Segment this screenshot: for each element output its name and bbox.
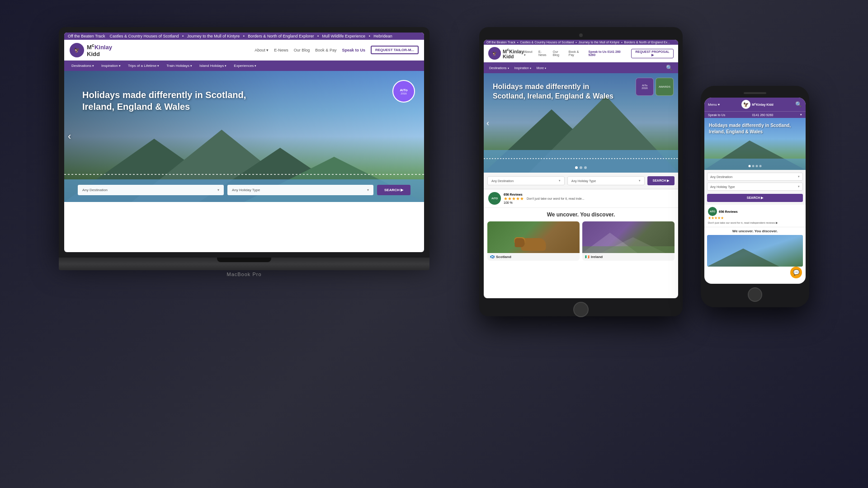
laptop-screen: Off the Beaten Track Castles & Country H… bbox=[64, 33, 424, 252]
tablet-screen: Off the Beaten Track • Castles & Country… bbox=[484, 40, 678, 298]
logo-circle: 🦅 bbox=[70, 43, 84, 57]
nav-speak[interactable]: Speak to Us bbox=[342, 48, 365, 52]
menu-trips[interactable]: Trips of a Lifetime bbox=[124, 61, 163, 71]
request-proposal-btn[interactable]: REQUEST TAILOR-M... bbox=[371, 46, 419, 54]
tablet-search-btn[interactable]: SEARCH ▶ bbox=[647, 176, 675, 185]
phone-card[interactable] bbox=[707, 235, 803, 267]
phone-dot-3[interactable] bbox=[756, 165, 758, 167]
phone-dot-1[interactable] bbox=[749, 165, 751, 167]
phone-dest-select[interactable]: Any Destination bbox=[707, 173, 803, 181]
tablet-logo: 🦅 McKinlayKidd bbox=[488, 47, 524, 60]
tablet-holiday-select[interactable]: Any Holiday Type bbox=[567, 176, 645, 185]
tablet-speak[interactable]: Speak to Us 0141 260 9260 bbox=[589, 50, 628, 56]
phone-hero-headline: Holidays made differently in Scotland, I… bbox=[709, 122, 806, 135]
tablet-ireland-label: 🇮🇪 Ireland bbox=[582, 253, 675, 261]
tablet-book[interactable]: Book & Pay bbox=[569, 50, 585, 56]
tablet-card-ireland[interactable]: 🇮🇪 Ireland bbox=[582, 221, 675, 261]
hero-prev-btn[interactable]: ‹ bbox=[68, 131, 71, 142]
menu-inspiration[interactable]: Inspiration bbox=[98, 61, 124, 71]
scene: Off the Beaten Track Castles & Country H… bbox=[0, 0, 868, 488]
tablet-holiday-placeholder: Any Holiday Type bbox=[571, 179, 596, 183]
phone-menu-btn[interactable]: Menu bbox=[708, 103, 720, 107]
menu-train[interactable]: Train Holidays bbox=[163, 61, 196, 71]
tablet-body: Off the Beaten Track • Castles & Country… bbox=[479, 27, 683, 316]
laptop-search-bar: Any Destination Any Holiday Type SEARCH … bbox=[78, 185, 410, 195]
tablet-destination-cards: 🏴󠁧󠁢󠁳󠁣󠁴󠁿 Scotland bbox=[484, 221, 678, 264]
ireland-card-img bbox=[582, 221, 675, 253]
menu-destinations[interactable]: Destinations bbox=[68, 61, 98, 71]
svg-rect-7 bbox=[484, 150, 678, 173]
reviews-stars: ★★★★★ bbox=[504, 196, 524, 201]
tablet-about[interactable]: About ▾ bbox=[524, 50, 535, 57]
tablet-camera bbox=[579, 33, 583, 37]
tablet-request-btn[interactable]: REQUEST PROPOSAL ▶ bbox=[631, 49, 674, 58]
phone-number[interactable]: 0141 260 9260 bbox=[752, 113, 774, 117]
phone-holiday-select[interactable]: Any Holiday Type bbox=[707, 183, 803, 191]
laptop-logo: 🦅 McKinlayKidd bbox=[70, 42, 112, 57]
aito-badge: AITo 2016 bbox=[392, 80, 415, 103]
tablet-menu-more[interactable]: More bbox=[534, 64, 549, 72]
nav-book[interactable]: Book & Pay bbox=[315, 48, 336, 52]
tablet-menu-destinations[interactable]: Destinations bbox=[486, 64, 512, 72]
phone-logo-circle: 🦅 bbox=[741, 100, 750, 109]
tablet-card-scotland[interactable]: 🏴󠁧󠁢󠁳󠁣󠁴󠁿 Scotland bbox=[487, 221, 580, 261]
tablet-menu-inspiration[interactable]: Inspiration bbox=[512, 64, 534, 72]
phone-search-btn[interactable]: SEARCH ▶ bbox=[707, 194, 803, 202]
tablet-aito-reviews-badge: AITO bbox=[488, 192, 501, 205]
phone-dot-2[interactable] bbox=[752, 165, 755, 167]
tablet-prev-btn[interactable]: ‹ bbox=[486, 118, 489, 128]
tablet-enews[interactable]: E-News bbox=[538, 50, 549, 56]
tablet-home-btn[interactable] bbox=[573, 302, 589, 317]
dot-2[interactable] bbox=[580, 166, 582, 169]
tablet-badges: AITo2016 AWARDS bbox=[636, 78, 674, 96]
holiday-type-select[interactable]: Any Holiday Type bbox=[227, 185, 373, 195]
tablet-dest-select[interactable]: Any Destination bbox=[487, 176, 565, 185]
tablet-search-icon[interactable]: 🔍 bbox=[663, 62, 675, 73]
tablet-logo-text: McKinlayKidd bbox=[503, 47, 524, 60]
dot-3[interactable] bbox=[584, 166, 587, 169]
nav-enews[interactable]: E-News bbox=[274, 48, 288, 52]
phone-search-icon[interactable]: 🔍 bbox=[795, 101, 802, 108]
tablet-aito-badge: AITo2016 bbox=[636, 78, 654, 96]
reviews-text: Don't just take our word for it, read in… bbox=[527, 197, 674, 200]
laptop-base bbox=[59, 258, 429, 270]
tablet-reviews-count: 656 Reviews ★★★★★ 100 % bbox=[504, 193, 524, 204]
nav-about[interactable]: About ▾ bbox=[255, 48, 269, 52]
dot-1[interactable] bbox=[575, 166, 578, 169]
ireland-flag: 🇮🇪 bbox=[585, 255, 590, 259]
phone-reviews: AITO 656 Reviews ★★★★★ Don't just take o… bbox=[704, 205, 806, 227]
phone-hero: Holidays made differently in Scotland, I… bbox=[704, 118, 806, 170]
laptop-ticker: Off the Beaten Track Castles & Country H… bbox=[64, 33, 424, 40]
laptop-device: Off the Beaten Track Castles & Country H… bbox=[59, 27, 429, 280]
destination-select[interactable]: Any Destination bbox=[78, 185, 224, 195]
tablet-blog[interactable]: Our Blog bbox=[553, 50, 565, 56]
search-btn[interactable]: SEARCH ▶ bbox=[377, 185, 410, 195]
phone-home-btn[interactable] bbox=[748, 287, 762, 302]
phone-logo-bird: 🦅 bbox=[743, 102, 749, 107]
phone-logo-text: McKinlay Kidd bbox=[752, 102, 774, 106]
nav-blog[interactable]: Our Blog bbox=[294, 48, 310, 52]
phone-hero-text: Holidays made differently in Scotland, I… bbox=[709, 122, 806, 135]
tablet-logo-circle: 🦅 bbox=[488, 47, 501, 60]
phone-chat-btn[interactable]: 💬 bbox=[790, 267, 802, 278]
ireland-name: Ireland bbox=[591, 255, 603, 259]
phone-dot-4[interactable] bbox=[760, 165, 762, 167]
phone-speak-text[interactable]: Speak to Us bbox=[708, 113, 725, 117]
phone-aito-badge: AITO bbox=[708, 207, 717, 216]
tablet-hero-dots bbox=[575, 166, 587, 169]
reviews-pct: 100 % bbox=[504, 201, 524, 204]
phone-dropdown[interactable]: ▾ bbox=[800, 113, 802, 117]
phone-body: Menu 🦅 McKinlay Kidd 🔍 Speak to Us 0141 … bbox=[701, 86, 809, 307]
tablet-hero-text: Holidays made differently in Scotland, I… bbox=[493, 82, 619, 101]
holiday-type-placeholder: Any Holiday Type bbox=[232, 188, 260, 192]
menu-experiences[interactable]: Experiences bbox=[230, 61, 260, 71]
laptop-body: Off the Beaten Track Castles & Country H… bbox=[59, 27, 429, 258]
menu-island[interactable]: Island Holidays bbox=[196, 61, 230, 71]
ticker-item-4: Mull Wildlife Experience bbox=[322, 34, 366, 38]
phone-search-section: Any Destination Any Holiday Type SEARCH … bbox=[704, 170, 806, 205]
tablet-ticker: Off the Beaten Track • Castles & Country… bbox=[484, 40, 678, 45]
laptop-notch bbox=[217, 258, 271, 262]
laptop-header: 🦅 McKinlayKidd About ▾ E-News Our Blog B… bbox=[64, 40, 424, 61]
scotland-name: Scotland bbox=[496, 255, 511, 259]
reviews-count-text: 656 Reviews bbox=[504, 193, 524, 196]
